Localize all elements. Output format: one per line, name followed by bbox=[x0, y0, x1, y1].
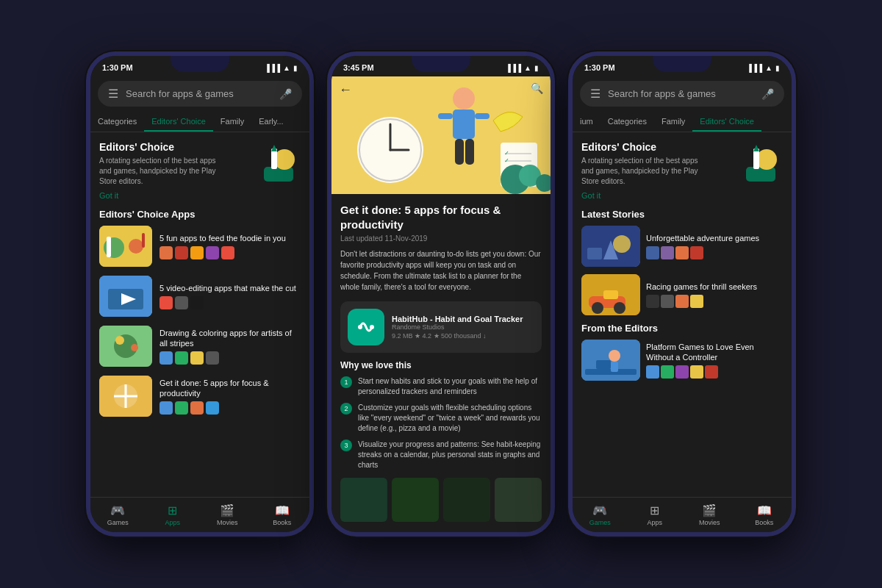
tab-editors-right[interactable]: Editors' Choice bbox=[692, 111, 761, 132]
search-bar-right[interactable]: ☰ Search for apps & games 🎤 bbox=[580, 81, 784, 107]
nav-movies-right[interactable]: 🎬 Movies bbox=[682, 498, 737, 532]
s-icon-p5 bbox=[705, 365, 718, 379]
wifi-icon-r: ▲ bbox=[765, 64, 772, 72]
nav-games-left[interactable]: 🎮 Games bbox=[90, 498, 146, 532]
why-text-2: Customize your goals with flexible sched… bbox=[358, 403, 542, 434]
mic-icon-left[interactable]: 🎤 bbox=[279, 88, 292, 100]
mini-icon-a1 bbox=[159, 351, 173, 365]
story-title-platform: Platform Games to Love Even Without a Co… bbox=[646, 342, 783, 363]
mic-icon-right[interactable]: 🎤 bbox=[761, 88, 774, 100]
mini-icon-v2 bbox=[175, 296, 188, 309]
svg-rect-48 bbox=[587, 248, 602, 259]
app-feature-card[interactable]: HabitHub - Habit and Goal Tracker Random… bbox=[340, 301, 542, 353]
svg-rect-29 bbox=[455, 139, 464, 165]
app-title-video: 5 video-editing apps that make the cut bbox=[159, 283, 301, 293]
svg-rect-2 bbox=[271, 148, 277, 169]
editors-header-left: Editors' Choice A rotating selection of … bbox=[99, 141, 301, 200]
editors-mascot-left bbox=[249, 141, 301, 185]
search-input-right[interactable]: Search for apps & games bbox=[608, 88, 754, 99]
app-feature-icon bbox=[348, 309, 384, 345]
tab-editors-choice-left[interactable]: Editors' Choice bbox=[144, 111, 213, 132]
story-title-racing: Racing games for thrill seekers bbox=[646, 282, 783, 292]
mini-icon-d4 bbox=[206, 401, 219, 415]
nav-books-left[interactable]: 📖 Books bbox=[255, 498, 310, 532]
svg-rect-0 bbox=[264, 167, 293, 182]
back-button[interactable]: ← bbox=[339, 82, 352, 98]
svg-rect-30 bbox=[465, 139, 474, 165]
mini-icon-v3 bbox=[190, 296, 204, 309]
mini-icon-a3 bbox=[190, 351, 204, 365]
s-icon-r1 bbox=[646, 295, 659, 308]
movies-label-right: Movies bbox=[699, 519, 720, 526]
search-bar-left[interactable]: ☰ Search for apps & games 🎤 bbox=[98, 81, 302, 107]
editors-mascot-right bbox=[731, 141, 783, 185]
signal-icon-m: ▐▐▐ bbox=[506, 64, 521, 72]
nav-apps-left[interactable]: ⊞ Apps bbox=[146, 498, 201, 532]
s-icon-a2 bbox=[661, 246, 674, 259]
svg-point-44 bbox=[756, 149, 777, 170]
nav-movies-left[interactable]: 🎬 Movies bbox=[200, 498, 255, 532]
story-adventure[interactable]: Unforgettable adventure games bbox=[581, 226, 783, 267]
story-racing[interactable]: Racing games for thrill seekers bbox=[581, 274, 783, 315]
s-icon-a4 bbox=[690, 246, 703, 259]
app-thumb-done bbox=[99, 376, 152, 417]
tab-ium-right[interactable]: ium bbox=[573, 111, 600, 132]
app-item-done[interactable]: Get it done: 5 apps for focus & producti… bbox=[99, 376, 301, 417]
books-icon-right: 📖 bbox=[757, 503, 772, 517]
svg-marker-3 bbox=[271, 145, 277, 151]
why-item-3: 3 Visualize your progress and patterns: … bbox=[340, 440, 542, 470]
nav-games-right[interactable]: 🎮 Games bbox=[573, 498, 628, 532]
s-icon-r4 bbox=[690, 295, 703, 308]
app-icons-art bbox=[159, 351, 301, 365]
svg-point-25 bbox=[453, 87, 475, 110]
tab-categories-right[interactable]: Categories bbox=[600, 111, 654, 132]
status-time-middle: 3:45 PM bbox=[343, 63, 374, 72]
nav-tabs-right: ium Categories Family Editors' Choice bbox=[573, 111, 792, 132]
menu-icon-left[interactable]: ☰ bbox=[108, 87, 118, 101]
story-platform[interactable]: Platform Games to Love Even Without a Co… bbox=[581, 340, 783, 381]
nav-apps-right[interactable]: ⊞ Apps bbox=[628, 498, 683, 532]
svg-rect-43 bbox=[746, 167, 775, 182]
svg-rect-58 bbox=[596, 360, 611, 369]
svg-rect-26 bbox=[453, 110, 475, 139]
why-num-2: 2 bbox=[340, 403, 352, 415]
app-title-art: Drawing & coloring apps for artists of a… bbox=[159, 328, 301, 349]
search-button-article[interactable]: 🔍 bbox=[531, 82, 543, 94]
tab-family-right[interactable]: Family bbox=[654, 111, 692, 132]
apps-label-left: Apps bbox=[165, 519, 180, 526]
games-icon-left: 🎮 bbox=[110, 503, 125, 517]
bottom-nav-right: 🎮 Games ⊞ Apps 🎬 Movies 📖 Books bbox=[573, 497, 792, 532]
signal-icon: ▐▐▐ bbox=[265, 64, 280, 72]
svg-point-54 bbox=[614, 302, 625, 314]
svg-point-14 bbox=[115, 336, 124, 345]
s-icon-p4 bbox=[690, 365, 703, 379]
svg-point-15 bbox=[131, 344, 138, 351]
article-date: Last updated 11-Nov-2019 bbox=[340, 234, 542, 243]
app-icons-video bbox=[159, 296, 301, 309]
svg-text:✓: ✓ bbox=[504, 157, 509, 164]
status-icons-left: ▐▐▐ ▲ ▮ bbox=[265, 64, 298, 72]
editors-header-right: Editors' Choice A rotating selection of … bbox=[581, 141, 783, 200]
app-feature-info: HabitHub - Habit and Goal Tracker Random… bbox=[392, 315, 534, 340]
app-info-video: 5 video-editing apps that make the cut bbox=[159, 283, 301, 309]
app-item-art[interactable]: Drawing & coloring apps for artists of a… bbox=[99, 326, 301, 367]
tab-early-left[interactable]: Early... bbox=[251, 111, 290, 132]
tab-family-left[interactable]: Family bbox=[213, 111, 251, 132]
got-it-left[interactable]: Got it bbox=[99, 191, 217, 200]
s-icon-p3 bbox=[675, 365, 689, 379]
app-info-food: 5 fun apps to feed the foodie in you bbox=[159, 233, 301, 259]
search-input-left[interactable]: Search for apps & games bbox=[126, 88, 272, 99]
app-thumb-art bbox=[99, 326, 152, 367]
app-thumb-video bbox=[99, 276, 152, 317]
story-icons-adventure bbox=[646, 246, 783, 259]
tab-categories-left[interactable]: Categories bbox=[90, 111, 144, 132]
app-item-video[interactable]: 5 video-editing apps that make the cut bbox=[99, 276, 301, 317]
menu-icon-right[interactable]: ☰ bbox=[590, 87, 600, 101]
app-info-art: Drawing & coloring apps for artists of a… bbox=[159, 328, 301, 365]
svg-point-53 bbox=[592, 302, 603, 314]
latest-stories-title: Latest Stories bbox=[581, 209, 783, 220]
nav-books-right[interactable]: 📖 Books bbox=[737, 498, 792, 532]
why-item-1: 1 Start new habits and stick to your goa… bbox=[340, 376, 542, 397]
got-it-right[interactable]: Got it bbox=[581, 191, 699, 200]
app-item-food[interactable]: 5 fun apps to feed the foodie in you bbox=[99, 226, 301, 267]
